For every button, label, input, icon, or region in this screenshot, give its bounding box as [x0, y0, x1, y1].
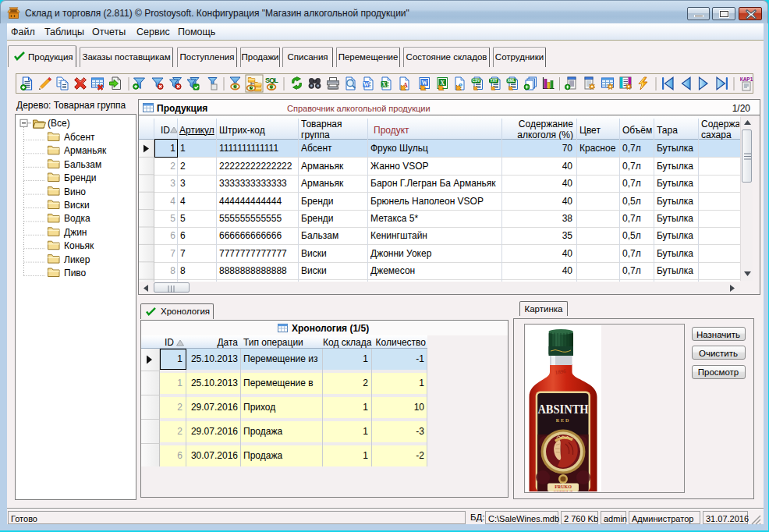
svg-text:XML: XML — [507, 79, 515, 83]
svg-text:RED: RED — [556, 418, 571, 423]
svg-text:SCHULZ: SCHULZ — [554, 490, 573, 491]
svg-text:FRUKO: FRUKO — [555, 484, 572, 489]
svg-text:W: W — [363, 81, 370, 88]
svg-text:X: X — [440, 80, 445, 87]
svg-text:CSV: CSV — [473, 79, 481, 83]
svg-text:TXT: TXT — [490, 79, 497, 83]
svg-text:КАР1: КАР1 — [740, 76, 753, 82]
svg-text:ABSINTH: ABSINTH — [537, 402, 588, 416]
svg-text:W: W — [421, 80, 427, 87]
svg-text:SQL: SQL — [265, 76, 278, 84]
svg-text:X: X — [382, 81, 387, 88]
